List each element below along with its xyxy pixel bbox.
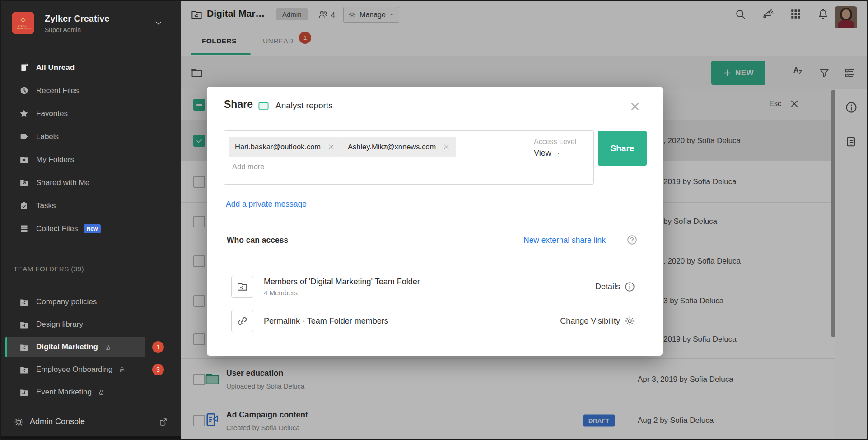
remove-recipient-icon[interactable] (328, 144, 335, 150)
recipient-chip[interactable]: Ashley.Mikz@xnnews.com (341, 137, 456, 157)
sidebar-item-label: Collect Files (36, 224, 78, 233)
share-dialog: Share Analyst reports Hari.baskar@outloo… (207, 87, 663, 356)
admin-console-label: Admin Console (30, 417, 85, 426)
team-folders-heading: TEAM FOLDERS (39) (14, 265, 84, 273)
sidebar-item-label: Tasks (36, 201, 56, 210)
sidebar-bottom-strip (1, 436, 181, 439)
sidebar-item-event-marketing[interactable]: Event Marketing (1, 381, 181, 403)
label-tag-icon (19, 132, 29, 142)
sidebar-item-label: Shared with Me (36, 178, 89, 187)
sidebar-item-label: Event Marketing (36, 388, 92, 397)
logo-diamond-icon (19, 16, 27, 23)
access-level-section: Access Level View (526, 136, 593, 179)
sidebar-item-design-library[interactable]: Design library (1, 313, 181, 336)
team-folder-icon (19, 387, 29, 397)
unread-doc-icon (19, 63, 29, 73)
share-button[interactable]: Share (598, 131, 647, 166)
org-header[interactable]: ZYLKER CREATIVES Zylker Creative Super A… (1, 1, 181, 46)
folder-icon (257, 99, 270, 113)
external-link-icon[interactable] (159, 417, 168, 428)
team-folder-members-icon (231, 276, 253, 298)
change-visibility-button[interactable]: Change Visibility (560, 315, 635, 327)
sidebar-item-label: Company policies (36, 297, 97, 306)
dialog-divider (224, 220, 646, 220)
unread-count-badge: 1 (152, 341, 164, 353)
shared-folder-icon (19, 178, 29, 188)
sidebar-item-label: Favorites (36, 109, 68, 118)
details-button[interactable]: Details (595, 281, 635, 292)
star-icon (19, 109, 29, 119)
sidebar-item-favorites[interactable]: Favorites (1, 102, 181, 125)
recipient-chip[interactable]: Hari.baskar@outlook.com (229, 137, 341, 157)
team-folders-list: Company policies Design library Digital … (1, 291, 181, 403)
sidebar-item-tasks[interactable]: Tasks (1, 194, 181, 217)
sidebar-item-my-folders[interactable]: My Folders (1, 148, 181, 171)
permalink-icon (231, 310, 253, 332)
dialog-title: Share (224, 98, 253, 111)
access-level-value: View (534, 148, 551, 158)
sidebar-item-recent-files[interactable]: Recent Files (1, 79, 181, 102)
org-chevron-down-icon[interactable] (154, 18, 163, 30)
sidebar-item-employee-onboarding[interactable]: Employee Onboarding 3 (1, 358, 181, 381)
admin-console-bar[interactable]: Admin Console (1, 408, 181, 436)
team-folder-icon (19, 365, 29, 375)
recipient-email: Ashley.Mikz@xnnews.com (348, 143, 436, 151)
sidebar-item-label: Design library (36, 320, 83, 329)
recipient-email: Hari.baskar@outlook.com (235, 143, 321, 151)
org-role: Super Admin (45, 26, 81, 33)
sidebar-item-digital-marketing[interactable]: Digital Marketing 1 (1, 336, 181, 358)
who-can-access-label: Who can access (227, 236, 288, 245)
access-entry-texts: Members of 'Digital Marketing' Team Fold… (264, 277, 595, 296)
access-entry-title: Permalink - Team Folder members (264, 316, 560, 326)
team-folder-icon (19, 320, 29, 329)
access-level-select[interactable]: View (534, 148, 593, 158)
sidebar-item-label: Labels (36, 132, 59, 141)
org-name: Zylker Creative (45, 14, 109, 24)
info-icon (624, 281, 635, 292)
access-entry-members: Members of 'Digital Marketing' Team Fold… (231, 273, 635, 301)
sidebar-item-shared-with-me[interactable]: Shared with Me (1, 171, 181, 194)
team-folder-icon (19, 342, 29, 352)
caret-down-icon (556, 151, 561, 156)
app-window: ZYLKER CREATIVES Zylker Creative Super A… (0, 0, 868, 440)
gear-icon (624, 315, 635, 327)
folder-icon (19, 155, 29, 165)
details-label: Details (595, 282, 620, 292)
change-visibility-label: Change Visibility (560, 316, 620, 326)
access-entry-texts: Permalink - Team Folder members (264, 316, 560, 326)
add-private-message-link[interactable]: Add a private message (226, 199, 307, 209)
add-more-placeholder[interactable]: Add more (232, 162, 265, 171)
sidebar-item-label: Recent Files (36, 86, 79, 95)
sidebar-item-label: Digital Marketing (36, 343, 98, 352)
sidebar-item-label: Employee Onboarding (36, 365, 112, 374)
lock-icon (119, 366, 126, 373)
sidebar-item-label: My Folders (36, 155, 74, 164)
sidebar-item-collect-files[interactable]: Collect Files New (1, 217, 181, 240)
shared-folder-name: Analyst reports (275, 101, 333, 111)
new-feature-badge: New (84, 224, 101, 233)
org-logo: ZYLKER CREATIVES (12, 12, 34, 34)
sidebar-item-company-policies[interactable]: Company policies (1, 291, 181, 313)
lock-icon (98, 389, 105, 396)
sidebar-item-label: All Unread (36, 63, 75, 72)
sidebar: ZYLKER CREATIVES Zylker Creative Super A… (1, 1, 181, 439)
access-level-label: Access Level (534, 138, 593, 146)
clock-icon (19, 86, 29, 96)
sidebar-nav: All Unread Recent Files Favorites Labels… (1, 56, 181, 240)
logo-text-line2: CREATIVES (15, 27, 31, 30)
access-entry-title: Members of 'Digital Marketing' Team Fold… (264, 277, 595, 287)
new-external-share-link[interactable]: New external share link (523, 236, 606, 245)
remove-recipient-icon[interactable] (443, 144, 450, 150)
lock-icon (104, 344, 111, 351)
sidebar-item-labels[interactable]: Labels (1, 125, 181, 148)
collect-files-icon (19, 224, 29, 234)
unread-count-badge: 3 (152, 364, 164, 375)
tasks-clipboard-icon (19, 201, 29, 211)
sidebar-item-all-unread[interactable]: All Unread (1, 56, 181, 79)
close-icon[interactable] (630, 101, 640, 114)
access-entry-permalink: Permalink - Team Folder members Change V… (231, 307, 635, 335)
admin-gear-icon (14, 417, 24, 429)
team-folder-icon (19, 297, 29, 307)
recipients-input[interactable]: Hari.baskar@outlook.com Ashley.Mikz@xnne… (224, 130, 594, 185)
help-question-icon[interactable] (626, 234, 638, 247)
